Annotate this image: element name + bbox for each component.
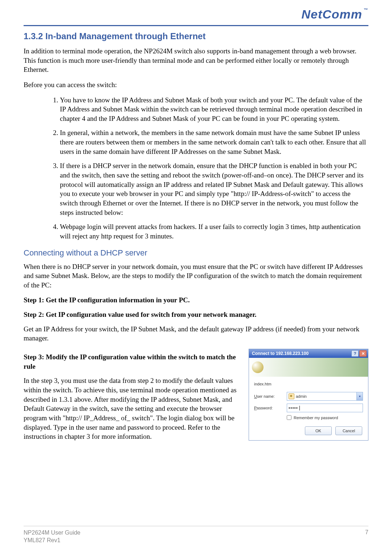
login-dialog: Connect to 192.168.223.100 ? ✕ index.htm… — [249, 349, 368, 441]
list-item: Webpage login will prevent attacks from … — [60, 222, 368, 241]
password-value: ••••• — [289, 405, 298, 410]
dhcp-heading: Connecting without a DHCP server — [24, 248, 368, 258]
help-button[interactable]: ? — [351, 350, 359, 357]
step-2-heading: Step 2: Get IP configuration value used … — [24, 310, 368, 319]
dialog-titlebar[interactable]: Connect to 192.168.223.100 ? ✕ — [249, 349, 368, 358]
brand-name: NetComm — [301, 7, 362, 21]
username-label: User name: — [254, 394, 287, 398]
section-heading: 1.3.2 In-band Management through Etherne… — [24, 31, 368, 41]
dhcp-intro: When there is no DHCP server in your net… — [24, 262, 368, 290]
step-3-heading: Step 3: Modify the IP configuration valu… — [24, 352, 238, 371]
before-access-text: Before you can access the switch: — [24, 80, 368, 90]
step-3-body: In the step 3, you must use the data fro… — [24, 376, 238, 441]
list-item: In general, within a network, the member… — [60, 128, 368, 156]
chevron-down-icon[interactable]: ▾ — [356, 392, 363, 400]
password-label: Password: — [254, 406, 287, 410]
username-value: admin — [296, 394, 307, 398]
footer-guide-name: NP2624M User Guide — [24, 529, 81, 537]
dialog-page-name: index.htm — [254, 382, 363, 386]
close-button[interactable]: ✕ — [359, 350, 367, 357]
access-steps-list: You have to know the IP Address and Subn… — [24, 95, 368, 241]
list-item: You have to know the IP Address and Subn… — [60, 95, 368, 123]
ok-button[interactable]: OK — [305, 426, 332, 435]
page-footer: NP2624M User Guide YML827 Rev1 7 — [24, 526, 368, 544]
text-cursor — [299, 406, 300, 410]
intro-paragraph: In addition to terminal mode operation, … — [24, 46, 368, 74]
cancel-button[interactable]: Cancel — [335, 426, 362, 435]
step-2-body: Get an IP Address for your switch, the I… — [24, 324, 368, 343]
page-number: 7 — [365, 529, 368, 544]
keys-icon — [252, 361, 264, 373]
dialog-banner — [249, 358, 368, 377]
dialog-title-text: Connect to 192.168.223.100 — [252, 351, 309, 356]
trademark-symbol: ™ — [364, 7, 368, 12]
brand-logo: NetComm™ — [301, 7, 368, 21]
remember-password-label[interactable]: Remember my password — [294, 416, 338, 420]
list-item: If there is a DHCP server in the network… — [60, 161, 368, 217]
step-1-heading: Step 1: Get the IP configuration informa… — [24, 295, 368, 305]
user-icon — [289, 393, 294, 399]
username-field[interactable]: admin ▾ — [287, 392, 363, 401]
remember-password-checkbox[interactable] — [287, 415, 291, 420]
password-field[interactable]: ••••• — [287, 404, 363, 412]
header: NetComm™ — [24, 7, 368, 26]
footer-revision: YML827 Rev1 — [24, 537, 81, 544]
